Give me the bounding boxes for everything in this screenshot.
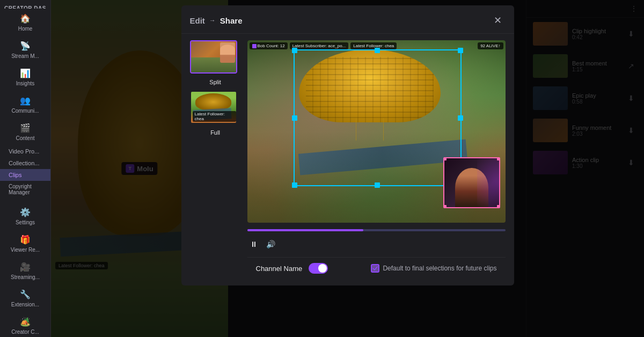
selection-handle-tl[interactable] <box>292 48 297 53</box>
pip-handle-tr[interactable] <box>497 157 500 160</box>
pip-light <box>477 158 499 207</box>
default-checkbox[interactable] <box>371 264 379 273</box>
extensions-icon: 🔧 <box>20 289 31 299</box>
hud-alive-count: 92 ALIVE↑ <box>478 42 503 49</box>
sidebar-item-streaming[interactable]: 🎥 Streaming... <box>0 257 50 284</box>
selection-handle-left[interactable] <box>292 115 297 121</box>
sidebar-item-extensions[interactable]: 🔧 Extension... <box>0 284 50 312</box>
sidebar-item-label: Insights <box>16 80 34 86</box>
sidebar-item-label: Communi... <box>11 108 39 114</box>
sidebar-item-label: Viewer Re... <box>11 247 40 253</box>
clip-split-label: Split <box>190 78 241 86</box>
sidebar-item-label: Home <box>18 26 33 32</box>
follower-label: Latest Follower: chea <box>353 43 394 48</box>
main-content: T Molu Latest Follower: chea ⋮ Clip high… <box>51 0 644 337</box>
modal-body: Split Latest Follower: chea Full <box>181 34 514 285</box>
video-progress-bar[interactable] <box>247 229 506 231</box>
community-icon: 👥 <box>20 95 31 106</box>
pip-handle-tl[interactable] <box>443 157 447 160</box>
video-controls: ⏸ 🔊 <box>247 236 506 253</box>
default-future-text: Default to final selections for future c… <box>383 265 496 272</box>
bob-count-label: Bob Count: 12 <box>258 43 285 48</box>
sidebar-item-label: Settings <box>16 219 35 225</box>
breadcrumb: Edit → Share <box>190 16 243 25</box>
sidebar-item-community[interactable]: 👥 Communi... <box>0 91 50 118</box>
content-icon: 🎬 <box>20 122 31 133</box>
sidebar-item-viewer-rewards[interactable]: 🎁 Viewer Re... <box>0 230 50 257</box>
modal-overlay: Edit → Share ✕ <box>51 0 644 337</box>
selection-handle-right[interactable] <box>458 115 463 121</box>
modal-header: Edit → Share ✕ <box>181 5 514 34</box>
clip-selector: Split Latest Follower: chea Full <box>190 40 241 279</box>
sidebar-header: CREATOR DAS <box>0 0 50 9</box>
sidebar-sub-item-copyright-manager[interactable]: Copyright Manager <box>0 181 50 198</box>
full-thumbnail: Latest Follower: chea <box>191 92 236 123</box>
clip-option-full[interactable]: Latest Follower: chea <box>190 91 237 124</box>
sidebar-item-label: Creator C... <box>11 329 39 335</box>
hud-subscriber-badge: Latest Subscriber: ace_po... <box>290 42 349 49</box>
insights-icon: 📊 <box>20 68 31 78</box>
creator-camp-icon: 🏕️ <box>20 316 31 327</box>
edit-share-modal: Edit → Share ✕ <box>181 5 514 285</box>
sidebar-item-label: Streaming... <box>11 274 40 280</box>
subscriber-label: Latest Subscriber: ace_po... <box>292 43 346 48</box>
video-container: Bob Count: 12 Latest Subscriber: ace_po.… <box>247 40 506 223</box>
breadcrumb-share: Share <box>220 16 243 25</box>
sidebar-item-label: Stream M... <box>11 53 39 59</box>
volume-button[interactable]: 🔊 <box>265 238 277 251</box>
breadcrumb-arrow: → <box>209 17 216 24</box>
sidebar-item-insights[interactable]: 📊 Insights <box>0 63 50 91</box>
modal-bottom-bar: Channel Name Default to final selections… <box>247 257 506 279</box>
sidebar-item-content[interactable]: 🎬 Content <box>0 118 50 145</box>
selection-handle-top[interactable] <box>375 48 380 53</box>
channel-name-toggle[interactable] <box>309 263 328 274</box>
sidebar-item-label: Extension... <box>11 302 39 307</box>
close-button[interactable]: ✕ <box>491 13 506 28</box>
sidebar-sub-item-collections[interactable]: Collection... <box>0 157 50 169</box>
clip-option-split[interactable] <box>190 40 237 74</box>
streaming-icon: 🎥 <box>20 261 31 272</box>
selection-handle-bl[interactable] <box>292 182 297 188</box>
stream-icon: 📡 <box>20 40 31 51</box>
twitch-mini-icon <box>252 44 257 48</box>
sidebar-item-stream-manager[interactable]: 📡 Stream M... <box>0 36 50 63</box>
breadcrumb-edit[interactable]: Edit <box>190 16 205 25</box>
home-icon: 🏠 <box>20 13 31 24</box>
sidebar-item-settings[interactable]: ⚙️ Settings <box>0 202 50 230</box>
selection-handle-bottom[interactable] <box>375 182 380 188</box>
viewer-rewards-icon: 🎁 <box>20 234 31 245</box>
pip-handle-bl[interactable] <box>443 205 447 208</box>
pause-button[interactable]: ⏸ <box>247 238 260 251</box>
selection-handle-tr[interactable] <box>458 48 463 53</box>
hud-follower-badge: Latest Follower: chea <box>350 42 397 49</box>
hud-twitch-badge: Bob Count: 12 <box>250 42 288 49</box>
pip-overlay[interactable] <box>443 157 500 208</box>
split-thumbnail <box>191 41 236 72</box>
sidebar-item-label: Content <box>16 135 34 141</box>
pip-handle-br[interactable] <box>497 205 500 208</box>
selection-box[interactable] <box>294 49 462 186</box>
clip-full-label: Full <box>190 128 241 137</box>
sidebar-sub-item-video-producer[interactable]: Video Pro... <box>0 145 50 157</box>
sidebar-item-home[interactable]: 🏠 Home <box>0 9 50 36</box>
video-progress-fill <box>247 229 363 231</box>
sidebar-sub-item-clips[interactable]: Clips <box>0 169 50 181</box>
video-preview: Bob Count: 12 Latest Subscriber: ace_po.… <box>247 40 506 279</box>
channel-name-label: Channel Name <box>256 265 303 273</box>
sidebar: CREATOR DAS 🏠 Home 📡 Stream M... 📊 Insig… <box>0 0 51 337</box>
sidebar-item-creator-camp[interactable]: 🏕️ Creator C... <box>0 312 50 337</box>
default-future-label: Default to final selections for future c… <box>371 264 496 273</box>
settings-icon: ⚙️ <box>20 207 31 217</box>
